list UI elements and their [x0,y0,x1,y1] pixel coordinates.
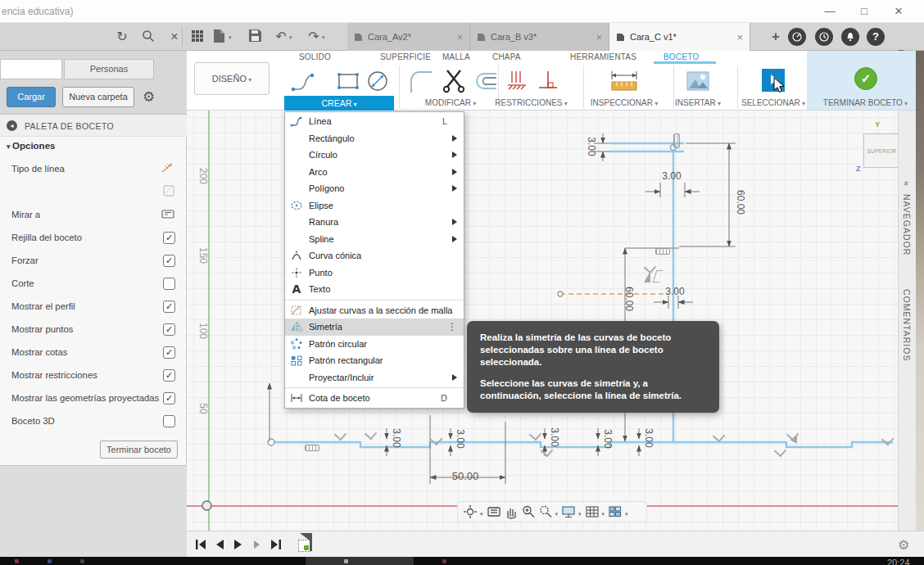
timeline-step-back-icon[interactable] [212,537,227,552]
checkbox-mostrar-las-geometrias-proyectadas[interactable]: ✓ [163,392,175,405]
constraints-group-button[interactable]: RESTRICCIONES [488,98,574,107]
fix-constraint-icon[interactable] [305,445,319,451]
checkbox-forzar[interactable]: ✓ [163,255,175,267]
look-at-icon[interactable] [487,504,501,519]
ribbon-tab-solido[interactable]: SOLIDO [299,52,331,61]
dimension-label[interactable]: 3.00 [602,429,614,448]
rectangle-tool-icon[interactable] [336,70,360,94]
collapse-navigator-icon[interactable]: « [902,181,912,187]
taskbar-app-icon[interactable] [48,559,52,563]
menu-item-ajustar-curvas-a-la-seccion-de-malla[interactable]: Ajustar curvas a la sección de malla [285,302,464,319]
menu-item-simetria[interactable]: Simetría⋮ [285,319,464,336]
checkbox-mostrar-restricciones[interactable]: ✓ [163,369,175,382]
menu-item-proyectar-incluir[interactable]: Proyectar/Incluir [285,369,464,386]
tab-cara-av2[interactable]: Cara_Av2* × [347,23,470,51]
lookat-icon[interactable] [161,207,175,223]
ghost-icon[interactable] [162,184,175,200]
offset-tool-icon[interactable] [473,70,498,94]
dimension-label[interactable]: 60.00 [623,287,635,311]
file-dropdown-icon[interactable]: ▾ [229,34,232,41]
notifications-bell-icon[interactable] [841,28,859,46]
dimension-label[interactable]: 3.00 [455,429,466,448]
checkbox-corte[interactable] [163,278,175,290]
new-tab-icon[interactable]: + [768,29,783,44]
finish-sketch-panel-button[interactable]: Terminar boceto [100,441,178,459]
taskbar-app-icon[interactable] [80,559,84,563]
constraint-vertical-icon[interactable] [505,69,528,96]
fix-constraint-icon[interactable] [673,133,680,148]
measure-ruler-icon[interactable] [609,70,639,96]
ribbon-tab-boceto[interactable]: BOCETO [664,52,699,61]
dimension-label[interactable]: 60.00 [735,190,746,215]
ribbon-tab-chapa[interactable]: CHAPA [492,52,521,61]
redo-icon[interactable]: ↷ [306,29,321,44]
display-settings-icon[interactable] [561,504,576,519]
timeline-settings-gear-icon[interactable]: ⚙ [898,537,909,553]
tab-cara-b-v3[interactable]: Cara_B v3* × [470,23,609,51]
menu-item-rectangulo[interactable]: Rectángulo [285,130,464,147]
dimension-label[interactable]: 3.00 [662,170,681,182]
design-workspace-button[interactable]: DISEÑO [194,62,270,95]
linetype-icon[interactable] [161,161,175,177]
dimension-label[interactable]: 50.00 [452,470,479,482]
new-folder-button[interactable]: Nueva carpeta [62,87,134,107]
checkbox-mostrar-el-perfil[interactable]: ✓ [163,301,175,313]
upload-button[interactable]: Cargar [7,87,56,107]
fix-constraint-icon[interactable] [655,248,670,255]
menu-item-punto[interactable]: Punto [285,264,464,282]
menu-item-texto[interactable]: ATexto [285,281,464,298]
menu-item-circulo[interactable]: Círculo [285,147,464,164]
menu-item-patron-rectangular[interactable]: Patrón rectangular [285,352,464,369]
undo-dropdown-icon[interactable]: ▾ [289,34,292,41]
extensions-icon[interactable] [788,28,806,46]
taskbar-app-icon[interactable] [344,559,348,563]
menu-item-curva-conica[interactable]: Curva cónica [285,247,464,264]
close-panel-icon[interactable]: × [167,29,182,44]
constraint-perpendicular-icon[interactable] [537,69,559,96]
file-grid-icon[interactable] [190,29,205,44]
menu-item-poligono[interactable]: Polígono [285,180,464,197]
undo-icon[interactable]: ↶ [274,29,288,44]
menu-item-arco[interactable]: Arco [285,164,464,181]
trim-scissors-icon[interactable] [441,67,467,96]
taskbar-app-icon[interactable] [442,559,446,563]
file-icon[interactable] [211,29,226,43]
circle-tool-icon[interactable] [365,69,390,96]
checkbox-boceto-3d[interactable] [163,415,175,427]
tab-cara-c-v1[interactable]: Cara_C v1* × [609,23,750,51]
zoom-window-dropdown-icon[interactable]: ▾ [555,511,559,518]
timeline-marker-icon[interactable] [300,533,310,540]
menu-item-patron-circular[interactable]: Patrón circular [285,336,464,353]
tab-close-icon[interactable]: × [736,31,743,43]
menu-item-spline[interactable]: Spline [285,231,464,248]
panel-settings-gear-icon[interactable]: ⚙ [143,88,155,106]
zoom-icon[interactable] [521,504,536,519]
finish-sketch-button[interactable]: TERMINAR BOCETO [807,98,924,107]
search-icon[interactable] [141,29,156,44]
minimize-button[interactable]: — [818,3,842,20]
job-status-clock-icon[interactable] [815,28,833,46]
more-options-icon[interactable]: ⋮ [447,323,457,331]
save-icon[interactable] [247,29,262,43]
people-tab[interactable]: Personas [64,59,154,79]
menu-item-cota-de-boceto[interactable]: Cota de bocetoD [285,390,464,407]
dimension-label[interactable]: 3.00 [586,137,597,156]
os-taskbar[interactable]: 20:24 [0,557,924,565]
finish-sketch-check-icon[interactable]: ✓ [854,67,877,90]
create-group-button[interactable]: CREAR [284,96,394,111]
grid-settings-icon[interactable] [585,504,600,519]
orbit-dropdown-icon[interactable]: ▾ [480,511,483,518]
timeline-skip-end-icon[interactable] [269,537,283,552]
tab-close-icon[interactable]: × [596,31,602,43]
maximize-button[interactable]: □ [852,3,876,20]
dimension-label[interactable]: 3.00 [665,286,684,297]
viewports-dropdown-icon[interactable]: ▾ [625,511,628,518]
timeline-step-forward-icon[interactable] [250,537,265,552]
navigator-tab[interactable]: NAVEGADOR [902,194,912,255]
insert-image-icon[interactable] [686,70,710,94]
orbit-icon[interactable] [463,504,478,519]
view-cube[interactable]: SUPERIOR [863,133,900,168]
close-button[interactable]: ✕ [886,3,911,20]
checkbox-mostrar-cotas[interactable]: ✓ [163,346,175,359]
tab-close-icon[interactable]: × [456,31,463,43]
